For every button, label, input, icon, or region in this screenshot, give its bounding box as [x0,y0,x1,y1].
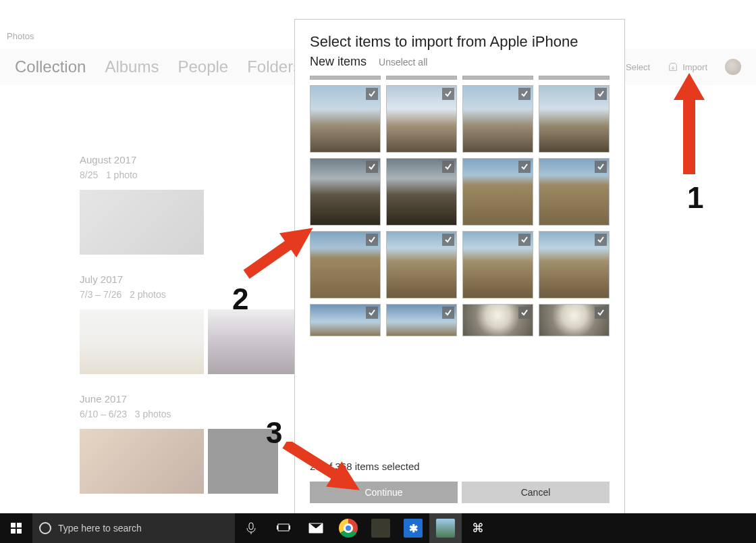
svg-rect-4 [17,523,22,527]
import-item-edge[interactable] [386,76,457,80]
import-item[interactable] [539,231,610,299]
taskbar-app-mail[interactable] [300,513,332,543]
import-dialog: Select items to import from Apple iPhone… [294,19,625,515]
taskbar-search[interactable]: Type here to search [32,513,235,543]
import-item[interactable] [462,304,533,336]
import-item[interactable] [462,231,533,299]
svg-rect-5 [11,529,16,534]
search-placeholder: Type here to search [58,523,142,534]
cancel-button[interactable]: Cancel [462,482,610,503]
item-checkbox[interactable] [442,161,454,173]
nav-tab-albums[interactable]: Albums [105,57,159,76]
svg-rect-10 [289,525,290,529]
import-icon [668,61,678,72]
nav-tab-folders[interactable]: Folders [247,57,301,76]
nav-tab-collection[interactable]: Collection [15,57,86,76]
item-checkbox[interactable] [518,307,531,319]
photos-icon [436,519,455,538]
windows-icon [11,523,22,534]
cortana-icon [39,522,51,534]
taskbar: Type here to search ✱ ⌘ [0,513,756,543]
taskbar-app-generic-3[interactable]: ⌘ [462,513,494,543]
unselect-all-link[interactable]: Unselect all [379,57,427,68]
item-checkbox[interactable] [518,88,531,100]
item-checkbox[interactable] [442,234,454,246]
import-label: Import [682,62,707,72]
photo-thumbnail[interactable] [208,429,278,494]
taskbar-app-chrome[interactable] [332,513,364,543]
select-label: Select [626,62,650,72]
photo-thumbnail[interactable] [208,309,304,374]
task-view-button[interactable] [267,513,300,543]
item-checkbox[interactable] [442,88,454,100]
nav-tab-people[interactable]: People [178,57,228,76]
mail-icon [308,523,323,534]
item-checkbox[interactable] [518,234,531,246]
import-item[interactable] [310,231,381,299]
svg-rect-7 [249,523,253,529]
continue-button[interactable]: Continue [310,482,458,503]
import-item[interactable] [310,304,381,336]
item-checkbox[interactable] [366,307,378,319]
import-item[interactable] [386,231,457,299]
taskbar-app-photos[interactable] [429,513,462,543]
import-item[interactable] [386,85,457,153]
import-item-edge[interactable] [310,76,381,80]
mic-icon [246,522,256,534]
svg-rect-9 [277,525,278,529]
task-view-icon [277,523,290,534]
import-button[interactable]: Import [668,61,707,72]
import-item-edge[interactable] [539,76,610,80]
dialog-title: Select items to import from Apple iPhone [310,33,610,51]
import-item-edge[interactable] [462,76,533,80]
item-checkbox[interactable] [518,161,531,173]
import-item[interactable] [539,158,610,226]
select-button[interactable]: Select [626,62,650,72]
import-item[interactable] [310,85,381,153]
svg-rect-8 [278,524,289,531]
import-item[interactable] [386,304,457,336]
import-item[interactable] [310,158,381,226]
photo-thumbnail[interactable] [80,429,204,494]
start-button[interactable] [0,513,32,543]
item-checkbox[interactable] [595,88,607,100]
taskbar-app-generic-2[interactable]: ✱ [397,513,429,543]
import-item[interactable] [462,85,533,153]
item-checkbox[interactable] [595,161,607,173]
photo-thumbnail[interactable] [80,309,204,374]
import-item[interactable] [386,158,457,226]
item-checkbox[interactable] [595,234,607,246]
item-checkbox[interactable] [442,307,454,319]
app-title: Photos [7,31,34,41]
svg-rect-6 [17,529,22,534]
item-checkbox[interactable] [366,234,378,246]
import-item[interactable] [539,85,610,153]
import-item[interactable] [462,158,533,226]
photo-thumbnail[interactable] [80,190,204,255]
taskbar-app-generic-1[interactable] [364,513,397,543]
import-item[interactable] [539,304,610,336]
avatar[interactable] [725,59,741,75]
item-checkbox[interactable] [366,161,378,173]
selection-summary: 23 of 368 items selected [310,461,610,472]
taskbar-mic-button[interactable] [235,513,267,543]
svg-rect-3 [11,523,16,527]
item-checkbox[interactable] [366,88,378,100]
item-checkbox[interactable] [595,307,607,319]
dialog-subtitle: New items [310,55,367,69]
